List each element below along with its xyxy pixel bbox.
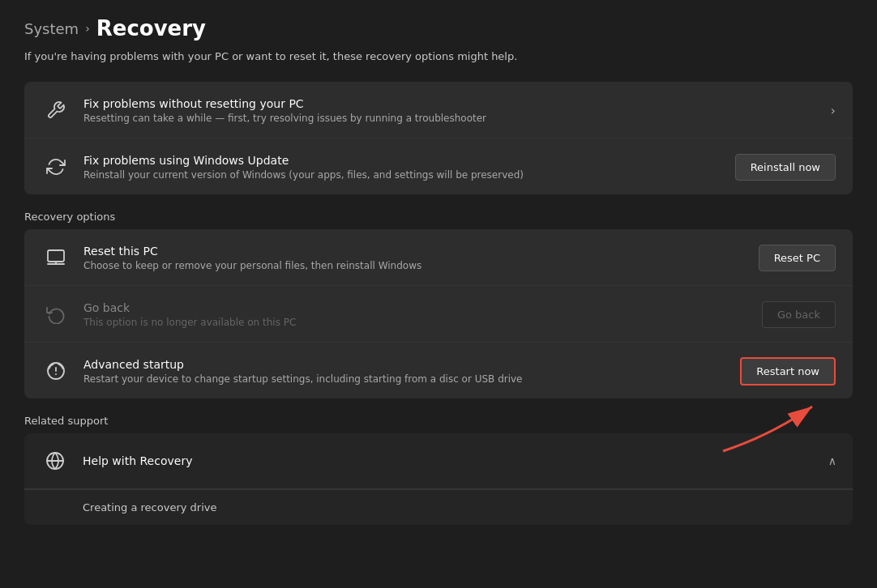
go-back-text: Go back This option is no longer availab… — [83, 301, 749, 328]
fix-windows-update-title: Fix problems using Windows Update — [83, 154, 722, 167]
svg-rect-0 — [48, 250, 64, 262]
fix-problems-text: Fix problems without resetting your PC R… — [83, 97, 818, 124]
advanced-startup-desc: Restart your device to change startup se… — [83, 373, 727, 385]
recovery-options-label: Recovery options — [24, 211, 853, 223]
breadcrumb: System › Recovery — [24, 16, 853, 40]
accordion-title: Help with Recovery — [83, 454, 815, 467]
advanced-startup-card: Advanced startup Restart your device to … — [24, 343, 853, 398]
accordion-chevron-icon: ∧ — [828, 454, 836, 467]
top-section-cards: Fix problems without resetting your PC R… — [24, 82, 853, 194]
reset-pc-button[interactable]: Reset PC — [759, 245, 836, 271]
fix-windows-update-text: Fix problems using Windows Update Reinst… — [83, 154, 722, 181]
go-back-title: Go back — [83, 301, 749, 314]
globe-icon — [41, 446, 70, 475]
page-container: System › Recovery If you're having probl… — [0, 0, 877, 549]
advanced-startup-action: Restart now — [740, 357, 836, 386]
accordion-body: Creating a recovery drive — [24, 489, 853, 525]
go-back-card: Go back This option is no longer availab… — [24, 286, 853, 343]
fix-problems-title: Fix problems without resetting your PC — [83, 97, 818, 110]
reset-pc-desc: Choose to keep or remove your personal f… — [83, 260, 746, 271]
reset-pc-card: Reset this PC Choose to keep or remove y… — [24, 229, 853, 286]
breadcrumb-chevron: › — [85, 22, 90, 35]
advanced-icon — [41, 356, 71, 386]
help-accordion: Help with Recovery ∧ Creating a recovery… — [24, 433, 853, 525]
creating-recovery-drive-item[interactable]: Creating a recovery drive — [24, 489, 853, 525]
related-support-label: Related support — [24, 415, 853, 427]
advanced-startup-title: Advanced startup — [83, 358, 727, 371]
reset-pc-title: Reset this PC — [83, 245, 746, 258]
reset-pc-text: Reset this PC Choose to keep or remove y… — [83, 245, 746, 271]
fix-windows-update-card: Fix problems using Windows Update Reinst… — [24, 138, 853, 194]
go-back-desc: This option is no longer available on th… — [83, 317, 749, 328]
fix-windows-update-desc: Reinstall your current version of Window… — [83, 169, 722, 181]
breadcrumb-system: System — [24, 20, 79, 37]
fix-problems-chevron: › — [831, 103, 836, 118]
recovery-options-group: Reset this PC Choose to keep or remove y… — [24, 229, 853, 398]
laptop-icon — [41, 243, 71, 272]
reset-pc-action: Reset PC — [759, 245, 836, 271]
fix-windows-update-action: Reinstall now — [735, 154, 836, 181]
fix-problems-desc: Resetting can take a while — first, try … — [83, 113, 818, 124]
reinstall-now-button[interactable]: Reinstall now — [735, 154, 836, 181]
go-back-button: Go back — [762, 301, 836, 328]
wrench-icon — [41, 96, 71, 125]
restart-now-button[interactable]: Restart now — [740, 357, 836, 386]
page-subtitle: If you're having problems with your PC o… — [24, 50, 853, 62]
breadcrumb-current: Recovery — [96, 16, 206, 40]
advanced-startup-text: Advanced startup Restart your device to … — [83, 358, 727, 385]
fix-problems-action: › — [831, 103, 836, 118]
accordion-header[interactable]: Help with Recovery ∧ — [24, 433, 853, 489]
history-icon — [41, 300, 71, 329]
refresh-icon — [41, 152, 71, 181]
go-back-action: Go back — [762, 301, 836, 328]
related-section: Related support Help with Recovery ∧ Cre… — [24, 415, 853, 525]
fix-problems-card[interactable]: Fix problems without resetting your PC R… — [24, 82, 853, 138]
